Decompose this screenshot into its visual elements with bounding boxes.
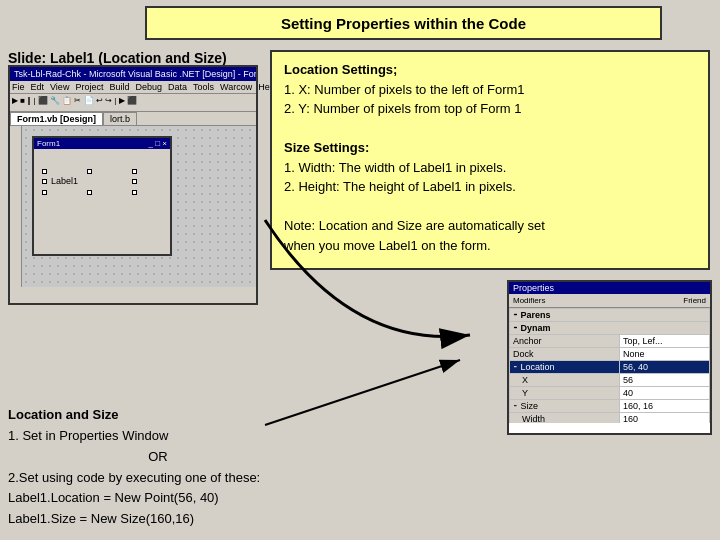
ide-form-titlebar: Form1 _ □ × — [34, 138, 170, 149]
props-toolbar: Modifiers Friend — [509, 294, 710, 308]
props-section-parens: ⁃ Parens — [510, 309, 710, 322]
location-x: 1. X: Number of pixels to the left of Fo… — [284, 80, 696, 100]
bottom-line1: Location and Size — [8, 405, 268, 426]
note-line2: when you move Label1 on the form. — [284, 236, 696, 256]
width-value: 160 — [620, 413, 710, 424]
props-table: ⁃ Parens ⁃ Dynam Anchor Top, Lef... Dock… — [509, 308, 710, 423]
label-control: Label1 — [47, 174, 82, 188]
ide-titlebar: Tsk-Lbl-Rad-Chk - Microsoft Visual Basic… — [10, 67, 256, 81]
size-label-prop: ⁃ Size — [510, 400, 620, 413]
size-width: 1. Width: The width of Label1 in pixels. — [284, 158, 696, 178]
props-row-size: ⁃ Size 160, 16 — [510, 400, 710, 413]
ide-content: Form1 _ □ × Label1 — [10, 126, 256, 287]
ide-tab-code[interactable]: lort.b — [103, 112, 137, 125]
dock-value: None — [620, 348, 710, 361]
props-modifiers-value: Friend — [683, 296, 706, 305]
size-heading: Size Settings: — [284, 138, 696, 158]
bottom-arrow — [265, 360, 460, 425]
props-row-dock: Dock None — [510, 348, 710, 361]
ide-left-bar — [10, 126, 22, 287]
section-parens: ⁃ Parens — [510, 309, 710, 322]
props-section-dynam: ⁃ Dynam — [510, 322, 710, 335]
ide-menubar: Fie Edt View Project Build Debug Data To… — [10, 81, 256, 94]
ide-title-text: Tsk-Lbl-Rad-Chk - Microsoft Visual Basic… — [14, 69, 256, 79]
location-value: 56, 40 — [620, 361, 710, 374]
props-row-x: X 56 — [510, 374, 710, 387]
handle-mr — [132, 179, 137, 184]
handle-tm — [87, 169, 92, 174]
anchor-label: Anchor — [510, 335, 620, 348]
props-title: Properties — [513, 283, 554, 293]
ide-tabs: Form1.vb [Design] lort.b — [10, 112, 256, 126]
ide-toolbar: ▶ ■ ‖ | ⬛ 🔧 📋 ✂ 📄 ↩ ↪ | ▶ ⬛ — [10, 94, 256, 112]
dock-label: Dock — [510, 348, 620, 361]
properties-panel: Properties Modifiers Friend ⁃ Parens ⁃ D… — [507, 280, 712, 435]
handle-br — [132, 190, 137, 195]
bottom-line2: 1. Set in Properties Window — [8, 426, 268, 447]
form-title: Form1 — [37, 139, 60, 148]
props-row-y: Y 40 — [510, 387, 710, 400]
width-label: Width — [510, 413, 620, 424]
note-line1: Note: Location and Size are automaticall… — [284, 216, 696, 236]
y-value: 40 — [620, 387, 710, 400]
ide-window: Tsk-Lbl-Rad-Chk - Microsoft Visual Basic… — [8, 65, 258, 305]
location-label: ⁃ Location — [510, 361, 620, 374]
location-y: 2. Y: Number of pixels from top of Form … — [284, 99, 696, 119]
props-row-location: ⁃ Location 56, 40 — [510, 361, 710, 374]
slide-subtitle: Slide: Label1 (Location and Size) — [8, 50, 227, 66]
ide-form-area: Form1 _ □ × Label1 — [22, 126, 256, 287]
title-bar: Setting Properties within the Code — [145, 6, 662, 40]
size-value-prop: 160, 16 — [620, 400, 710, 413]
bottom-line5: Label1.Location = New Point(56, 40) — [8, 488, 268, 509]
x-value: 56 — [620, 374, 710, 387]
ide-tab-design[interactable]: Form1.vb [Design] — [10, 112, 103, 125]
content-box: Location Settings; 1. X: Number of pixel… — [270, 50, 710, 270]
y-label: Y — [510, 387, 620, 400]
props-grid-container: ⁃ Parens ⁃ Dynam Anchor Top, Lef... Dock… — [509, 308, 710, 423]
props-row-width: Width 160 — [510, 413, 710, 424]
props-titlebar: Properties — [509, 282, 710, 294]
handle-tr — [132, 169, 137, 174]
bottom-text: Location and Size 1. Set in Properties W… — [8, 405, 268, 530]
bottom-line6: Label1.Size = New Size(160,16) — [8, 509, 268, 530]
size-height: 2. Height: The height of Label1 in pixel… — [284, 177, 696, 197]
handle-bm — [87, 190, 92, 195]
bottom-line4: 2.Set using code by executing one of the… — [8, 468, 268, 489]
bottom-line3: OR — [8, 447, 268, 468]
location-heading: Location Settings; — [284, 60, 696, 80]
title-text: Setting Properties within the Code — [281, 15, 526, 32]
props-row-anchor: Anchor Top, Lef... — [510, 335, 710, 348]
anchor-value: Top, Lef... — [620, 335, 710, 348]
ide-form-body: Label1 — [34, 149, 170, 251]
handle-bl — [42, 190, 47, 195]
section-dynam: ⁃ Dynam — [510, 322, 710, 335]
ide-form-window: Form1 _ □ × Label1 — [32, 136, 172, 256]
x-label: X — [510, 374, 620, 387]
selection-box: Label1 — [42, 169, 137, 195]
props-modifiers-label: Modifiers — [513, 296, 545, 305]
